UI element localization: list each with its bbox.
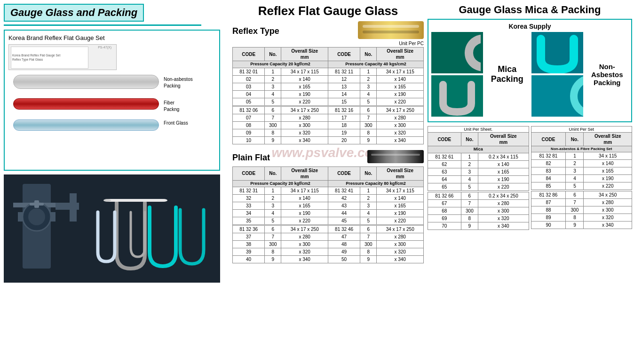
plain-subtitle: Plain Flat <box>232 153 270 163</box>
pressure-row-1: Pressure Capacity 20 kgf/cm2 Pressure Ca… <box>233 61 424 68</box>
reflex-row-3: 033x 165 133x 165 <box>233 83 424 90</box>
reflex-row-10: 109x 340 209x 340 <box>233 136 424 144</box>
reflex-table: CODE No. Overall Sizemm CODE No. Overall… <box>232 47 424 144</box>
svg-point-12 <box>103 199 111 202</box>
fiber-strip <box>13 98 159 110</box>
unit-label: Unit Per PC <box>232 41 424 46</box>
mid-title: Reflex Flat Gauge Glass <box>232 4 424 18</box>
plain-col-size1: Overall Sizemm <box>281 166 328 180</box>
plain-row-3: 333x 165 433x 165 <box>233 202 424 210</box>
title-underline <box>4 24 201 26</box>
package-text: Korea Brand Reflex Flat Gauge SetReflex … <box>12 54 60 62</box>
plain-col-size2: Overall Sizemm <box>377 166 424 180</box>
product-image-area: Korea Brand Reflex Flat Gauge SetReflex … <box>8 44 215 157</box>
reflex-row-1: 81 32 01134 x 17 x 115 81 32 11134 x 17 … <box>233 68 424 75</box>
right-title: Gauge Glass Mica & Packing <box>428 4 632 16</box>
unit-per-set-label: Unint Per Set <box>531 126 633 132</box>
mica-table-section: Unit Per Sheet. CODE No. Overall Sizemm … <box>428 126 529 230</box>
left-title-box: Gauge Glass and Packing <box>4 4 144 22</box>
non-asb-svg1 <box>531 32 583 73</box>
plain-col-no2: No. <box>360 166 377 180</box>
non-asb-image-1 <box>531 32 583 73</box>
mica-c-svg <box>434 34 481 71</box>
bottom-tables-wrapper: Unit Per Sheet. CODE No. Overall Sizemm … <box>428 126 632 230</box>
unit-per-sheet-label: Unit Per Sheet. <box>428 126 529 132</box>
plain-col-code2: CODE <box>328 166 360 180</box>
left-title-text: Gauge Glass and Packing <box>10 7 137 18</box>
front-glass-strip <box>13 119 159 131</box>
mica-col-label: Mica <box>428 146 529 153</box>
plain-col-code1: CODE <box>233 166 265 180</box>
mica-u-svg <box>431 75 483 117</box>
bottom-photo <box>4 174 220 283</box>
reflex-box: Korea Brand Reflex Flat Gauge Set Korea … <box>4 30 220 171</box>
left-column: Gauge Glass and Packing Korea Brand Refl… <box>0 0 230 364</box>
package-inner: Korea Brand Reflex Flat Gauge SetReflex … <box>11 47 88 69</box>
mica-image-1 <box>431 32 483 73</box>
korea-supply-title: Korea Supply <box>431 23 628 30</box>
svg-rect-7 <box>34 200 39 208</box>
plain-row-10: 409x 340 509x 340 <box>233 256 424 263</box>
mica-image-2 <box>431 75 483 117</box>
front-glass-label: Front Glass <box>164 120 188 126</box>
plain-row-8: 38300x 300 48300x 300 <box>233 241 424 248</box>
reflex-box-title: Korea Brand Reflex Flat Gauge Set <box>8 34 215 41</box>
non-asb-label: Non-Asbestos Packing <box>586 61 629 88</box>
page: Gauge Glass and Packing Korea Brand Refl… <box>0 0 634 364</box>
reflex-subtitle: Reflex Type <box>232 26 279 36</box>
korea-supply-box: Korea Supply <box>428 19 632 122</box>
plain-flat-section: Plain Flat CODE No. Overall Sizemm CODE … <box>232 149 424 264</box>
plain-row-9: 398x 320 498x 320 <box>233 248 424 256</box>
mica-images-col <box>431 32 483 117</box>
reflex-row-4: 044x 190 144x 190 <box>233 90 424 98</box>
mica-label: Mica Packing <box>486 63 529 86</box>
col-no2: No. <box>360 47 377 61</box>
col-code2: CODE <box>328 47 360 61</box>
plain-row-6: 81 32 36634 x 17 x 250 81 32 46634 x 17 … <box>233 226 424 233</box>
plain-col-no1: No. <box>265 166 281 180</box>
col-size2: Overall Sizemm <box>377 47 424 61</box>
package-box: Korea Brand Reflex Flat Gauge SetReflex … <box>8 44 117 70</box>
reflex-row-7: 077x 280 177x 280 <box>233 114 424 121</box>
plain-row-5: 355x 220 455x 220 <box>233 217 424 225</box>
plain-row-7: 377x 280 477x 280 <box>233 233 424 241</box>
non-asb-images-col <box>531 32 583 117</box>
non-asbestos-label: Non-asbestosPacking <box>164 76 193 89</box>
set-table-section: Unint Per Set CODE No. Overall Sizemm No… <box>531 126 633 230</box>
col-code1: CODE <box>233 47 265 61</box>
reflex-row-8: 08300x 300 18300x 300 <box>233 121 424 129</box>
svg-point-5 <box>28 208 45 225</box>
reflex-row-2: 022x 140 122x 140 <box>233 75 424 83</box>
plain-table: CODE No. Overall Sizemm CODE No. Overall… <box>232 166 424 264</box>
set-data-table: CODE No. Overall Sizemm Non-asbestos & F… <box>531 132 633 229</box>
col-size1: Overall Sizemm <box>281 47 328 61</box>
non-asb-label-container: Non-Asbestos Packing <box>586 32 629 117</box>
middle-column: Reflex Flat Gauge Glass www.psvalve.com … <box>230 0 426 364</box>
plain-row-4: 344x 190 444x 190 <box>233 210 424 217</box>
set-col-label: Non-asbestos & Fibre Packing Set <box>531 146 632 152</box>
product-images-row: Mica Packing <box>431 32 628 117</box>
reflex-row-9: 098x 320 198x 320 <box>233 129 424 136</box>
plain-glass-image <box>367 150 424 163</box>
reflex-type-section: Reflex Type Unit Per PC CODE No. Overall… <box>232 21 424 144</box>
reflex-glass-image <box>358 21 424 39</box>
plain-row-2: 322x 140 422x 140 <box>233 195 424 202</box>
col-no1: No. <box>265 47 281 61</box>
industrial-svg <box>4 174 220 283</box>
mica-label-container: Mica Packing <box>486 32 529 117</box>
plain-row-1: 81 32 31134 x 17 x 115 81 32 41134 x 17 … <box>233 187 424 195</box>
package-model: PS-47(X) <box>98 46 111 49</box>
reflex-row-6: 81 32 06634 x 17 x 250 81 32 16634 x 17 … <box>233 106 424 114</box>
fiber-label: FiberPackng <box>164 100 179 113</box>
non-asb-image-2 <box>531 75 583 117</box>
non-asb-svg2 <box>531 75 583 117</box>
svg-rect-9 <box>70 193 77 222</box>
svg-rect-11 <box>107 199 164 202</box>
mica-data-table: CODE No. Overall Sizemm Mica 81 32 6110.… <box>428 132 529 230</box>
plain-pressure-row-1: Pressure Capacity 20 kgf/cm2 Pressure Ca… <box>233 180 424 187</box>
non-asbestos-strip <box>13 75 159 89</box>
reflex-row-5: 055x 220 155x 220 <box>233 98 424 105</box>
right-column: Gauge Glass Mica & Packing Korea Supply <box>426 0 634 364</box>
